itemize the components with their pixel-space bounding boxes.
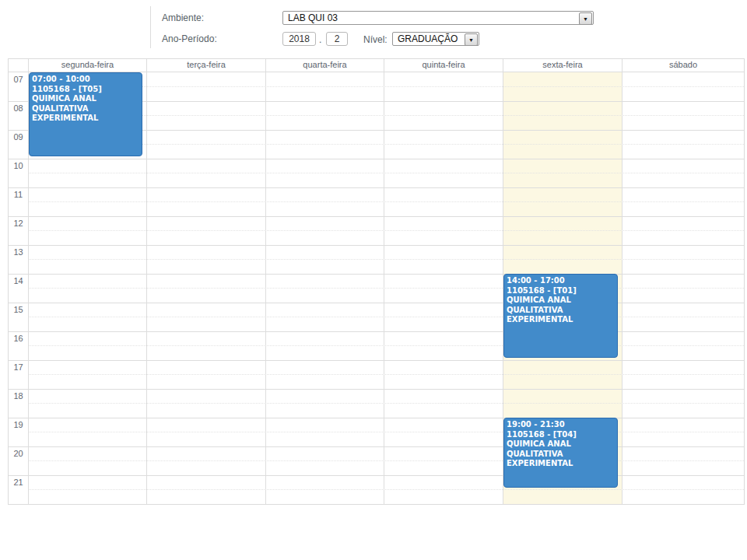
- half-hour-line: [28, 460, 744, 461]
- week-calendar: segunda-feiraterça-feiraquarta-feiraquin…: [8, 58, 745, 505]
- half-hour-line: [28, 374, 744, 375]
- event-time: 14:00 - 17:00: [507, 276, 615, 286]
- nivel-selected-value: GRADUAÇÃO: [398, 33, 458, 44]
- form-divider: [150, 6, 151, 48]
- hour-line: [9, 360, 744, 361]
- event-time: 19:00 - 21:30: [507, 420, 615, 430]
- ano-input[interactable]: [282, 32, 316, 46]
- calendar-body: 07080910111213141516171819202107:00 - 10…: [9, 72, 744, 504]
- calendar-event-2[interactable]: 19:00 - 21:301105168 - [T04]QUIMICA ANAL…: [503, 418, 618, 488]
- hour-label-19: 19: [9, 420, 28, 429]
- hour-line: [9, 446, 744, 447]
- half-hour-line: [28, 201, 744, 202]
- hour-label-21: 21: [9, 478, 28, 487]
- event-title-line: EXPERIMENTAL: [507, 315, 615, 325]
- hour-line: [9, 418, 744, 418]
- event-title-line: EXPERIMENTAL: [32, 114, 139, 124]
- hour-label-15: 15: [9, 305, 28, 314]
- day-header-3: quinta-feira: [384, 59, 503, 72]
- day-header-1: terça-feira: [146, 59, 265, 72]
- event-title-line: QUALITATIVA: [32, 104, 139, 114]
- event-title-line: 1105168 - [T04]: [507, 430, 615, 440]
- half-hour-line: [28, 489, 744, 490]
- day-header-2: quarta-feira: [265, 59, 384, 72]
- dropdown-arrow-icon[interactable]: ▼: [579, 12, 592, 25]
- hour-label-12: 12: [9, 219, 28, 228]
- half-hour-line: [28, 317, 744, 317]
- hour-label-14: 14: [9, 276, 28, 285]
- event-title-line: QUIMICA ANAL: [507, 296, 615, 306]
- periodo-input[interactable]: [326, 32, 348, 46]
- ano-periodo-label: Ano-Período:: [162, 33, 217, 44]
- half-hour-line: [28, 230, 744, 231]
- half-hour-line: [28, 403, 744, 404]
- ambiente-select[interactable]: LAB QUI 03 ▼: [282, 11, 594, 25]
- nivel-label: Nível:: [363, 34, 388, 45]
- hour-label-09: 09: [9, 132, 28, 142]
- hour-label-10: 10: [9, 161, 28, 170]
- event-title-line: QUIMICA ANAL: [32, 94, 139, 104]
- event-title-line: EXPERIMENTAL: [507, 459, 615, 469]
- hour-line: [9, 303, 744, 303]
- ambiente-selected-value: LAB QUI 03: [288, 12, 338, 23]
- hour-line: [9, 245, 744, 246]
- calendar-event-0[interactable]: 07:00 - 10:001105168 - [T05]QUIMICA ANAL…: [29, 72, 142, 156]
- hour-line: [9, 216, 744, 217]
- half-hour-line: [28, 259, 744, 260]
- hour-label-16: 16: [9, 334, 28, 343]
- hour-line: [9, 159, 744, 159]
- hour-label-18: 18: [9, 391, 28, 401]
- dropdown-arrow-icon[interactable]: ▼: [465, 33, 478, 46]
- hour-label-07: 07: [9, 75, 28, 84]
- day-header-5: sábado: [622, 59, 744, 72]
- hour-line: [9, 274, 744, 275]
- event-title-line: QUALITATIVA: [507, 450, 615, 460]
- event-title-line: 1105168 - [T05]: [32, 85, 139, 95]
- half-hour-line: [28, 173, 744, 173]
- half-hour-line: [28, 432, 744, 432]
- half-hour-line: [28, 345, 744, 346]
- event-title-line: 1105168 - [T01]: [507, 286, 615, 296]
- day-header-0: segunda-feira: [28, 59, 146, 72]
- ano-periodo-separator: .: [319, 34, 321, 45]
- hour-label-17: 17: [9, 362, 28, 372]
- hour-label-11: 11: [9, 190, 28, 199]
- hour-line: [9, 187, 744, 188]
- day-header-4: sexta-feira: [503, 59, 622, 72]
- half-hour-line: [28, 288, 744, 289]
- nivel-select[interactable]: GRADUAÇÃO ▼: [392, 32, 479, 46]
- calendar-header: segunda-feiraterça-feiraquarta-feiraquin…: [9, 59, 744, 72]
- hour-label-08: 08: [9, 103, 28, 113]
- hour-line: [9, 389, 744, 390]
- ambiente-label: Ambiente:: [162, 12, 204, 23]
- calendar-corner-cell: [9, 59, 28, 72]
- event-time: 07:00 - 10:00: [32, 75, 139, 85]
- hour-label-13: 13: [9, 247, 28, 257]
- event-title-line: QUALITATIVA: [507, 306, 615, 316]
- hour-line: [9, 331, 744, 332]
- hour-line: [9, 475, 744, 476]
- event-title-line: QUIMICA ANAL: [507, 439, 615, 450]
- calendar-event-1[interactable]: 14:00 - 17:001105168 - [T01]QUIMICA ANAL…: [503, 274, 618, 358]
- hour-label-20: 20: [9, 449, 28, 458]
